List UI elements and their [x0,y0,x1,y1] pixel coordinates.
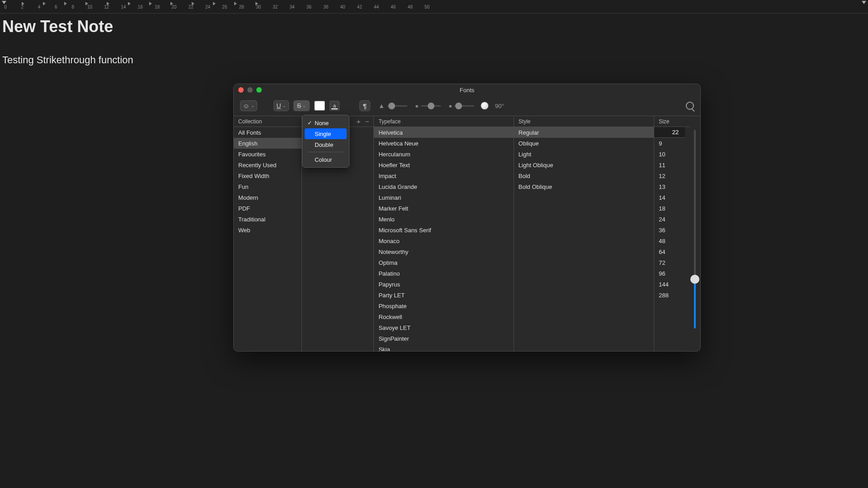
ruler-tick: 12 [104,5,109,9]
remove-family-button[interactable]: − [365,117,369,125]
list-item[interactable]: Modern [234,192,302,203]
list-item[interactable]: Light [514,149,654,160]
list-item[interactable]: Fixed Width [234,170,302,181]
emoji-button[interactable]: ☺ ⌄ [240,100,257,111]
typeface-list[interactable]: HelveticaHelvetica NeueHerculanumHoefler… [374,127,513,351]
list-item[interactable]: All Fonts [234,127,302,138]
minimize-button [247,87,253,93]
list-item[interactable]: Hoefler Text [374,160,513,170]
list-item[interactable]: Savoye LET [374,322,513,333]
zoom-button[interactable] [256,87,262,93]
collection-list[interactable]: All FontsEnglishFavouritesRecently UsedF… [234,127,302,351]
list-item[interactable]: English [234,138,302,149]
menu-item-single[interactable]: Single [305,128,347,139]
list-item[interactable]: Skia [374,344,513,351]
menu-item-double[interactable]: Double [305,139,347,150]
shadow-angle-dial[interactable] [481,102,489,110]
ruler-tick: 38 [323,5,328,9]
text-color-well[interactable] [314,101,325,111]
list-item[interactable]: Marker Felt [374,203,513,214]
list-item[interactable]: Recently Used [234,160,302,170]
list-item[interactable]: Rockwell [374,311,513,322]
menu-item-none[interactable]: None [305,117,347,128]
ruler-tick: 18 [155,5,160,9]
list-item[interactable]: 11 [654,160,689,170]
size-slider[interactable] [689,116,700,351]
strikethrough-menu: None Single Double Colour [302,115,349,168]
list-item[interactable]: 288 [654,290,689,300]
panel-titlebar[interactable]: Fonts [234,84,700,96]
size-slider-thumb[interactable] [690,275,699,284]
list-item[interactable]: 96 [654,268,689,279]
ruler-tick: 4 [38,5,41,9]
list-item[interactable]: Lucida Grande [374,181,513,192]
list-item[interactable]: 10 [654,149,689,160]
ruler-right-indent-marker[interactable] [862,1,866,4]
document-title[interactable]: New Test Note [2,17,866,36]
list-item[interactable]: Bold Oblique [514,181,654,192]
list-item[interactable]: 48 [654,235,689,246]
list-item[interactable]: Microsoft Sans Serif [374,225,513,235]
list-item[interactable]: 13 [654,181,689,192]
document-area[interactable]: New Test Note Testing Strikethrough func… [0,14,868,70]
list-item[interactable]: Helvetica [374,127,513,138]
list-item[interactable]: 36 [654,225,689,235]
close-button[interactable] [238,87,244,93]
list-item[interactable]: Phosphate [374,300,513,311]
list-item[interactable]: Optima [374,257,513,268]
document-color-button[interactable]: a [330,101,340,111]
list-item[interactable]: Menlo [374,214,513,225]
list-item[interactable]: Traditional [234,214,302,225]
list-item[interactable]: Herculanum [374,149,513,160]
list-item[interactable]: Oblique [514,138,654,149]
ruler[interactable]: 0246810121416182022242628303234363840424… [0,0,868,14]
ruler-tick: 30 [256,5,261,9]
list-item[interactable]: 64 [654,246,689,257]
list-item[interactable]: Web [234,225,302,235]
underline-button[interactable]: U ⌄ [274,100,289,111]
list-item[interactable]: 24 [654,214,689,225]
strikethrough-button[interactable]: S ⌄ [293,100,310,111]
list-item[interactable]: Helvetica Neue [374,138,513,149]
list-item[interactable]: Luminari [374,192,513,203]
list-item[interactable]: Fun [234,181,302,192]
list-item[interactable]: Favourites [234,149,302,160]
shadow-blur-icon: ■ [415,103,418,108]
list-item[interactable]: Bold [514,170,654,181]
add-family-button[interactable]: + [357,117,361,125]
list-item[interactable]: Regular [514,127,654,138]
menu-item-colour[interactable]: Colour [305,154,347,165]
paragraph-button[interactable]: ¶ [359,100,370,111]
search-icon[interactable] [686,102,694,110]
list-item[interactable]: PDF [234,203,302,214]
list-item[interactable]: Party LET [374,290,513,300]
document-body[interactable]: Testing Strikethrough function [2,54,866,66]
shadow-blur-track[interactable] [421,105,441,107]
shadow-offset-track[interactable] [454,105,474,107]
ruler-tick: 10 [87,5,92,9]
typeface-column: Typeface HelveticaHelvetica NeueHerculan… [374,116,514,351]
list-item[interactable]: Monaco [374,235,513,246]
list-item[interactable]: Palatino [374,268,513,279]
list-item[interactable]: Light Oblique [514,160,654,170]
ruler-indent-marker[interactable] [2,1,6,4]
list-item[interactable]: Papyrus [374,279,513,290]
list-item[interactable]: 9 [654,138,689,149]
ruler-tick: 24 [205,5,210,9]
list-item[interactable]: 18 [654,203,689,214]
size-list[interactable]: 9101112131418243648647296144288 [654,138,689,351]
chevron-down-icon: ⌄ [283,103,286,108]
list-item[interactable]: 144 [654,279,689,290]
style-list[interactable]: RegularObliqueLightLight ObliqueBoldBold… [514,127,654,351]
list-item[interactable]: 14 [654,192,689,203]
list-item[interactable]: 12 [654,170,689,181]
list-item[interactable]: 72 [654,257,689,268]
list-item[interactable]: SignPainter [374,333,513,344]
list-item[interactable]: Impact [374,170,513,181]
size-input[interactable] [654,127,685,138]
list-item[interactable]: Noteworthy [374,246,513,257]
paragraph-icon: ¶ [363,102,367,110]
size-column: Size 9101112131418243648647296144288 [654,116,700,351]
collection-header: Collection [234,116,302,127]
shadow-opacity-track[interactable] [387,105,407,107]
